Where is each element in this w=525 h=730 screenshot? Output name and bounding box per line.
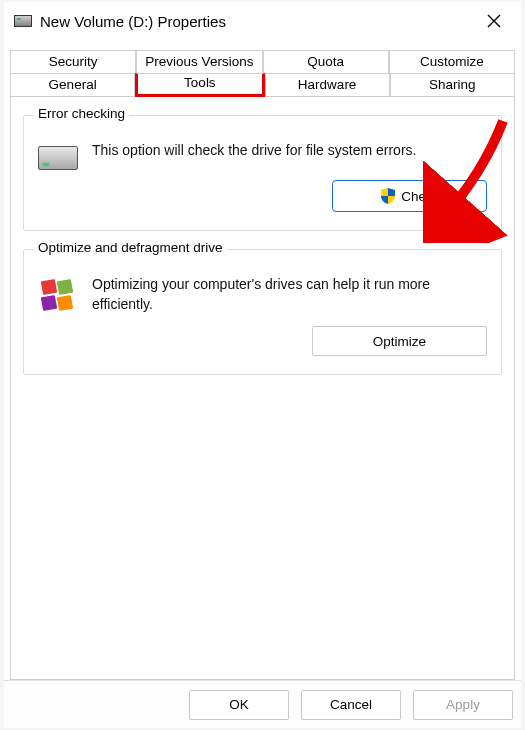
optimize-button[interactable]: Optimize (312, 326, 487, 356)
ok-button[interactable]: OK (189, 690, 289, 720)
check-button[interactable]: Check (332, 180, 487, 212)
tab-label: Previous Versions (145, 54, 253, 69)
tab-label: Tools (184, 75, 216, 90)
tab-security[interactable]: Security (10, 50, 136, 73)
tab-label: General (49, 77, 97, 92)
tab-sharing[interactable]: Sharing (390, 73, 515, 97)
tab-general[interactable]: General (10, 73, 135, 97)
tabsheet: Security Previous Versions Quota Customi… (10, 50, 515, 680)
tab-label: Security (49, 54, 98, 69)
window-title: New Volume (D:) Properties (40, 13, 473, 30)
error-checking-legend: Error checking (34, 106, 129, 121)
apply-button-label: Apply (446, 697, 480, 712)
tab-row-front: General Tools Hardware Sharing (10, 73, 515, 97)
tab-customize[interactable]: Customize (389, 50, 515, 73)
cancel-button[interactable]: Cancel (301, 690, 401, 720)
tab-label: Sharing (429, 77, 476, 92)
defrag-icon (38, 276, 78, 316)
close-button[interactable] (473, 5, 515, 37)
tab-label: Quota (307, 54, 344, 69)
optimize-button-label: Optimize (373, 334, 426, 349)
tab-label: Hardware (298, 77, 357, 92)
dialog-footer: OK Cancel Apply (4, 680, 521, 728)
optimize-group: Optimize and defragment drive Optimizing… (23, 249, 502, 375)
error-checking-description: This option will check the drive for fil… (92, 140, 487, 160)
tab-row-back: Security Previous Versions Quota Customi… (10, 50, 515, 73)
drive-icon (38, 146, 78, 170)
tab-label: Customize (420, 54, 484, 69)
tab-body-tools: Error checking This option will check th… (10, 97, 515, 680)
properties-dialog: New Volume (D:) Properties Security Prev… (4, 2, 521, 728)
tab-previous-versions[interactable]: Previous Versions (136, 50, 262, 73)
uac-shield-icon (379, 187, 397, 205)
tab-tools[interactable]: Tools (135, 73, 264, 97)
optimize-legend: Optimize and defragment drive (34, 240, 227, 255)
error-checking-group: Error checking This option will check th… (23, 115, 502, 231)
titlebar: New Volume (D:) Properties (4, 2, 521, 40)
check-button-label: Check (401, 189, 439, 204)
apply-button[interactable]: Apply (413, 690, 513, 720)
cancel-button-label: Cancel (330, 697, 372, 712)
optimize-description: Optimizing your computer's drives can he… (92, 274, 487, 315)
drive-icon-small (14, 15, 32, 27)
close-icon (487, 14, 501, 28)
tab-quota[interactable]: Quota (263, 50, 389, 73)
tab-hardware[interactable]: Hardware (265, 73, 390, 97)
ok-button-label: OK (229, 697, 249, 712)
